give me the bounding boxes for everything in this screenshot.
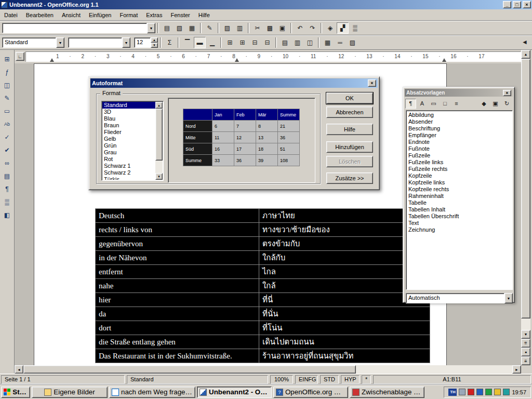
paragraph-styles-icon[interactable]: ¶ xyxy=(405,99,416,109)
insert-row-icon[interactable]: ⊞ xyxy=(224,37,236,48)
format-item[interactable]: Schwarz 1 xyxy=(102,163,155,169)
style-item[interactable]: Endnote xyxy=(407,139,511,145)
cell-de[interactable]: rechts / links von xyxy=(96,223,259,237)
style-item[interactable]: Beschriftung xyxy=(407,125,511,132)
indent-marker-left[interactable] xyxy=(50,58,54,62)
format-item[interactable]: Gelb xyxy=(102,136,155,142)
font-dropdown-icon[interactable]: ▼ xyxy=(122,37,130,48)
scroll-up-icon[interactable]: ▲ xyxy=(521,50,530,59)
format-item[interactable]: Standard xyxy=(102,102,155,109)
cell-de[interactable]: gegenübervon xyxy=(96,237,259,251)
paragraph-style-field[interactable]: Standard xyxy=(2,37,56,48)
style-item[interactable]: Text xyxy=(407,220,511,227)
cell-de[interactable]: da xyxy=(96,307,259,321)
cell-th[interactable]: ร้านอาหารอยู่ที่ถนนสุขุมวิท xyxy=(259,349,430,363)
font-size-combobox[interactable]: 12 ▲ ▼ xyxy=(134,37,158,48)
task-weg-fragen[interactable]: nach dem Weg fragen ... xyxy=(109,387,195,398)
cell-de[interactable]: in der Nähevon xyxy=(96,251,259,265)
format-list-scrollbar[interactable]: ▲ ▼ xyxy=(155,102,163,180)
status-selection-mode[interactable]: STD xyxy=(320,375,339,384)
table-column-marker[interactable] xyxy=(235,58,239,62)
insert-fields-icon[interactable]: ƒ xyxy=(1,66,14,78)
more-options-button[interactable]: Zusätze >> xyxy=(326,172,373,184)
style-item[interactable]: Tabellen Überschrift xyxy=(407,213,511,220)
cell-th[interactable]: ที่นั่น xyxy=(259,307,430,321)
restore-button[interactable]: □ xyxy=(513,1,521,8)
redo-icon[interactable]: ↷ xyxy=(307,22,318,34)
print-file-icon[interactable]: ▥ xyxy=(234,22,246,34)
style-list[interactable]: Abbildung Absender Beschriftung Empfänge… xyxy=(406,110,513,290)
menu-extras[interactable]: Extras xyxy=(142,10,166,20)
menu-einfuegen[interactable]: Einfügen xyxy=(85,10,115,20)
font-size-spinner[interactable]: ▲ ▼ xyxy=(151,37,158,48)
style-item[interactable]: Tabelle xyxy=(407,200,511,206)
menu-fenster[interactable]: Fenster xyxy=(166,10,194,20)
stylist-close-icon[interactable]: × xyxy=(503,90,511,96)
font-size-field[interactable]: 12 xyxy=(134,37,151,48)
format-item[interactable]: Flieder xyxy=(102,129,155,136)
format-item[interactable]: 3D xyxy=(102,109,155,115)
stylist-icon[interactable]: ▞ xyxy=(337,22,349,34)
navigation-icon[interactable]: ● xyxy=(521,348,530,356)
task-eigene-bilder[interactable]: Eigene Bilder xyxy=(32,387,108,398)
format-item[interactable]: Rot xyxy=(102,156,155,163)
character-styles-icon[interactable]: A xyxy=(417,99,428,109)
format-item[interactable]: Schwarz 2 xyxy=(102,169,155,176)
style-item[interactable]: Absender xyxy=(407,118,511,125)
paste-icon[interactable]: ▣ xyxy=(276,22,288,34)
tray-icon[interactable] xyxy=(468,389,474,395)
delete-row-icon[interactable]: ⊟ xyxy=(249,37,261,48)
scroll-left-icon[interactable]: ◄ xyxy=(15,365,23,374)
menu-datei[interactable]: Datei xyxy=(0,10,22,20)
graphics-toggle-icon[interactable]: ▒ xyxy=(1,196,14,208)
toolbar-overflow-icon[interactable]: ◄ xyxy=(520,37,530,47)
style-item[interactable]: Kopfzeile rechts xyxy=(407,186,511,193)
cancel-button[interactable]: Abbrechen xyxy=(326,107,373,118)
format-item[interactable]: Türkis xyxy=(102,176,155,180)
filter-dropdown-icon[interactable]: ▼ xyxy=(504,293,513,303)
draw-functions-icon[interactable]: ✎ xyxy=(1,92,14,104)
cell-de[interactable]: nahe xyxy=(96,279,259,293)
gallery-icon[interactable]: ▒ xyxy=(349,22,361,34)
clock[interactable]: 19:57 xyxy=(512,389,526,395)
auto-spellcheck-icon[interactable]: ✔ xyxy=(1,144,14,156)
numbering-styles-icon[interactable]: ≡ xyxy=(451,99,462,109)
borders-icon[interactable]: ▦ xyxy=(322,37,334,48)
vertical-scrollbar[interactable]: ▲ ▼ ⇈ ● ⇊ xyxy=(521,50,530,365)
style-filter-combobox[interactable]: Automatisch ▼ xyxy=(406,293,513,303)
tab-stop-selector[interactable]: ∟ xyxy=(16,52,24,61)
update-style-icon[interactable]: ↻ xyxy=(501,99,512,109)
optimize-icon[interactable]: ◫ xyxy=(304,37,316,48)
cell-de[interactable]: dort xyxy=(96,321,259,335)
menu-ansicht[interactable]: Ansicht xyxy=(58,10,85,20)
start-button[interactable]: Start xyxy=(1,387,30,398)
style-dropdown-icon[interactable]: ▼ xyxy=(56,37,64,48)
edit-file-icon[interactable]: ✎ xyxy=(204,22,216,34)
format-listbox[interactable]: Standard 3D Blau Braun Flieder Gelb Grün… xyxy=(101,101,164,181)
line-style-icon[interactable]: ═ xyxy=(334,37,346,48)
spin-up-icon[interactable]: ▲ xyxy=(151,37,158,43)
style-item[interactable]: Fußzeile xyxy=(407,152,511,159)
style-item[interactable]: Kopfzeile xyxy=(407,172,511,179)
url-dropdown-icon[interactable]: ▼ xyxy=(147,23,155,33)
scroll-down-icon[interactable]: ▼ xyxy=(521,330,530,339)
tray-icon[interactable] xyxy=(503,389,510,395)
style-item[interactable]: Abbildung xyxy=(407,112,511,118)
ok-button[interactable]: OK xyxy=(326,92,373,104)
paragraph-style-combobox[interactable]: Standard ▼ xyxy=(2,37,64,48)
document-table[interactable]: Deutschภาษาไทย rechts / links vonทางขวา/… xyxy=(95,208,430,363)
indent-marker-right[interactable] xyxy=(442,58,446,62)
align-top-icon[interactable]: ▔ xyxy=(181,37,193,48)
online-layout-icon[interactable]: ◧ xyxy=(1,209,14,221)
insert-icon[interactable]: ⊞ xyxy=(1,53,14,65)
status-hyperlink-mode[interactable]: HYP xyxy=(341,375,360,384)
menu-bearbeiten[interactable]: Bearbeiten xyxy=(22,10,58,20)
task-zwischenablage[interactable]: Zwischenablage - Irfan... xyxy=(350,387,424,398)
new-document-icon[interactable]: ▤ xyxy=(161,22,173,34)
url-field[interactable] xyxy=(2,23,147,33)
dialog-title-bar[interactable]: Autoformat × xyxy=(90,78,378,88)
cell-de[interactable]: Deutsch xyxy=(96,209,259,223)
help-button[interactable]: Hilfe xyxy=(326,124,373,135)
vertical-scroll-thumb[interactable] xyxy=(521,59,530,318)
insert-object-icon[interactable]: ◫ xyxy=(1,79,14,91)
